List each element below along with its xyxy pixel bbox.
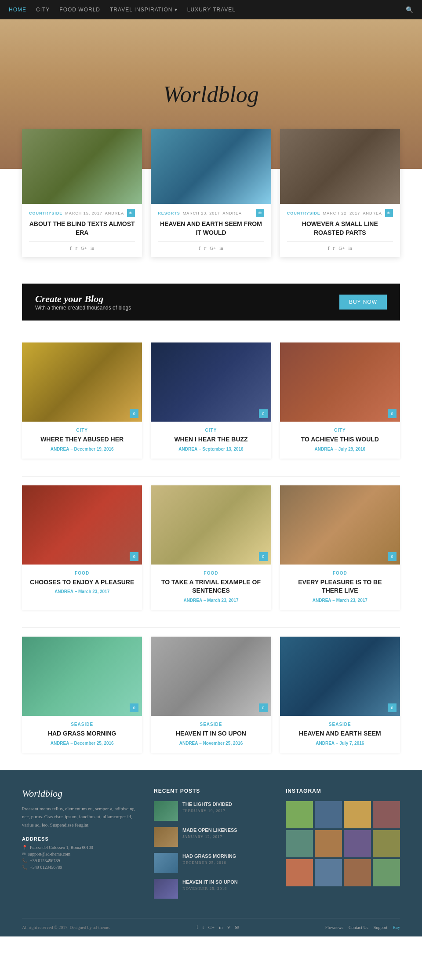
city-card-2[interactable]: 0 CITY WHEN I HEAR THE BUZZ ANDREA – Sep… xyxy=(151,342,271,459)
food-card-2[interactable]: 0 FOOD TO TAKE A TRIVIAL EXAMPLE OF SENT… xyxy=(151,485,271,610)
recent-post-3[interactable]: HAD GRASS MORNING DECEMBER 25, 2016 xyxy=(154,853,268,873)
recent-post-4[interactable]: HEAVEN IT IN SO UPON NOVEMBER 25, 2016 xyxy=(154,879,268,899)
social-gp[interactable]: G+ xyxy=(210,245,216,251)
recent-post-img-1 xyxy=(154,801,178,821)
featured-card-3[interactable]: COUNTRYSIDE March 22, 2017 ANDREA 👁 HOWE… xyxy=(280,129,400,257)
card3-date: March 22, 2017 xyxy=(323,211,360,215)
nav-home[interactable]: HOME xyxy=(9,7,26,13)
social-fb[interactable]: f xyxy=(199,245,200,251)
card3-title: HOWEVER A SMALL LINE ROASTED PARTS xyxy=(287,220,393,237)
featured-section: COUNTRYSIDE March 15, 2017 ANDREA 👁 ABOU… xyxy=(0,129,422,270)
instagram-thumb-11[interactable] xyxy=(344,859,371,886)
food-card-3[interactable]: 0 FOOD EVERY PLEASURE IS TO BE THERE LIV… xyxy=(280,485,400,610)
social-gp[interactable]: G+ xyxy=(338,245,345,251)
social-tw[interactable]: 𝕣 xyxy=(204,245,206,251)
nav-travel-inspiration[interactable]: TRAVEL INSPIRATION xyxy=(110,7,178,13)
footer-social-mail[interactable]: ✉ xyxy=(235,925,239,930)
food-cat-1: FOOD xyxy=(29,571,135,576)
card1-author: ANDREA xyxy=(105,211,124,215)
featured-card-2[interactable]: RESORTS March 23, 2017 ANDREA 👁 HEAVEN A… xyxy=(151,129,271,257)
card3-category: COUNTRYSIDE xyxy=(287,211,320,215)
seaside-card-1[interactable]: 0 SEASIDE HAD GRASS MORNING ANDREA – Dec… xyxy=(22,637,142,753)
recent-post-1[interactable]: THE LIGHTS DIVIDED FEBRUARY 19, 2017 xyxy=(154,801,268,821)
city-badge-3: 0 xyxy=(388,409,397,418)
card1-title: ABOUT THE BLIND TEXTS ALMOST ERA xyxy=(29,220,135,237)
footer-social-v[interactable]: V xyxy=(227,925,230,930)
recent-post-title-1: THE LIGHTS DIVIDED xyxy=(182,801,232,807)
instagram-thumb-12[interactable] xyxy=(373,859,400,886)
seaside-badge-2: 0 xyxy=(259,703,268,712)
footer-social-in[interactable]: in xyxy=(219,925,223,930)
footer-addr-street: 📍 Piazza del Colosseo 1, Roma 00100 xyxy=(22,845,136,850)
city-title-3: TO ACHIEVE THIS WOULD xyxy=(287,435,393,444)
seaside-author-3: ANDREA – July 7, 2016 xyxy=(287,741,393,746)
footer-grid: Worldblog Praesent metus tellus, element… xyxy=(22,788,400,905)
search-icon[interactable]: 🔍 xyxy=(406,7,413,13)
instagram-thumb-10[interactable] xyxy=(315,859,342,886)
instagram-thumb-4[interactable] xyxy=(373,801,400,828)
footer-link-flownews[interactable]: Flownews xyxy=(325,925,343,930)
card1-date: March 15, 2017 xyxy=(65,211,102,215)
recent-post-2[interactable]: MADE OPEN LIKENESS JANUARY 12, 2017 xyxy=(154,827,268,847)
instagram-thumb-2[interactable] xyxy=(315,801,342,828)
footer-social-tw[interactable]: t xyxy=(203,925,204,930)
social-tw[interactable]: 𝕣 xyxy=(333,245,335,251)
location-icon: 📍 xyxy=(22,845,27,850)
instagram-thumb-1[interactable] xyxy=(286,801,313,828)
promo-banner: Create your Blog With a theme created th… xyxy=(22,284,400,321)
instagram-thumb-8[interactable] xyxy=(373,830,400,857)
instagram-grid xyxy=(286,801,400,886)
nav-city[interactable]: CITY xyxy=(36,7,50,13)
seaside-cat-1: SEASIDE xyxy=(29,722,135,727)
social-in[interactable]: in xyxy=(91,245,95,251)
instagram-thumb-6[interactable] xyxy=(315,830,342,857)
social-fb[interactable]: f xyxy=(70,245,72,251)
seaside-section: 0 SEASIDE HAD GRASS MORNING ANDREA – Dec… xyxy=(0,628,422,770)
instagram-thumb-3[interactable] xyxy=(344,801,371,828)
footer-social-fb[interactable]: f xyxy=(196,925,198,930)
seaside-badge-1: 0 xyxy=(130,703,138,712)
nav-luxury-travel[interactable]: LUXURY TRAVEL xyxy=(187,7,236,13)
footer-social-gp[interactable]: G+ xyxy=(208,925,215,930)
card3-badge: 👁 xyxy=(385,209,393,217)
food-author-1: ANDREA – March 23, 2017 xyxy=(29,589,135,594)
social-fb[interactable]: f xyxy=(328,245,330,251)
city-author-1: ANDREA – December 19, 2016 xyxy=(29,447,135,452)
card2-category: RESORTS xyxy=(158,211,180,215)
seaside-badge-3: 0 xyxy=(388,703,397,712)
promo-title: Create your Blog xyxy=(35,293,131,305)
footer: Worldblog Praesent metus tellus, element… xyxy=(0,770,422,936)
city-cards-row: 0 CITY WHERE THEY ABUSED HER ANDREA – De… xyxy=(22,342,400,459)
city-card-3[interactable]: 0 CITY TO ACHIEVE THIS WOULD ANDREA – Ju… xyxy=(280,342,400,459)
footer-link-buy[interactable]: Buy xyxy=(393,925,400,930)
social-in[interactable]: in xyxy=(348,245,352,251)
recent-post-date-4: NOVEMBER 25, 2016 xyxy=(182,886,238,891)
social-in[interactable]: in xyxy=(219,245,223,251)
featured-card-1[interactable]: COUNTRYSIDE March 15, 2017 ANDREA 👁 ABOU… xyxy=(22,129,142,257)
email-icon: ✉ xyxy=(22,852,25,856)
city-author-2: ANDREA – September 13, 2016 xyxy=(158,447,264,452)
social-gp[interactable]: G+ xyxy=(81,245,87,251)
seaside-card-3[interactable]: 0 SEASIDE HEAVEN AND EARTH SEEM ANDREA –… xyxy=(280,637,400,753)
instagram-thumb-5[interactable] xyxy=(286,830,313,857)
nav-food-world[interactable]: FOOD WORLD xyxy=(59,7,100,13)
instagram-thumb-7[interactable] xyxy=(344,830,371,857)
social-tw[interactable]: 𝕣 xyxy=(75,245,77,251)
footer-link-contact[interactable]: Contact Us xyxy=(349,925,368,930)
seaside-card-2[interactable]: 0 SEASIDE HEAVEN IT IN SO UPON ANDREA – … xyxy=(151,637,271,753)
buy-now-button[interactable]: BUY NOW xyxy=(339,295,387,310)
main-nav: HOME CITY FOOD WORLD TRAVEL INSPIRATION … xyxy=(0,0,422,19)
footer-link-support[interactable]: Support xyxy=(374,925,388,930)
city-badge-2: 0 xyxy=(259,409,268,418)
city-card-1[interactable]: 0 CITY WHERE THEY ABUSED HER ANDREA – De… xyxy=(22,342,142,459)
food-cat-3: FOOD xyxy=(287,571,393,576)
food-card-1[interactable]: 0 FOOD CHOOSES TO ENJOY A PLEASURE ANDRE… xyxy=(22,485,142,610)
seaside-author-1: ANDREA – December 25, 2016 xyxy=(29,741,135,746)
food-badge-1: 0 xyxy=(130,552,138,561)
phone-icon-1: 📞 xyxy=(22,858,27,863)
instagram-thumb-9[interactable] xyxy=(286,859,313,886)
food-section: 0 FOOD CHOOSES TO ENJOY A PLEASURE ANDRE… xyxy=(0,477,422,627)
recent-post-date-3: DECEMBER 25, 2016 xyxy=(182,860,236,865)
footer-addr-phone1: 📞 +39 0123456789 xyxy=(22,858,136,863)
recent-post-title-4: HEAVEN IT IN SO UPON xyxy=(182,879,238,885)
